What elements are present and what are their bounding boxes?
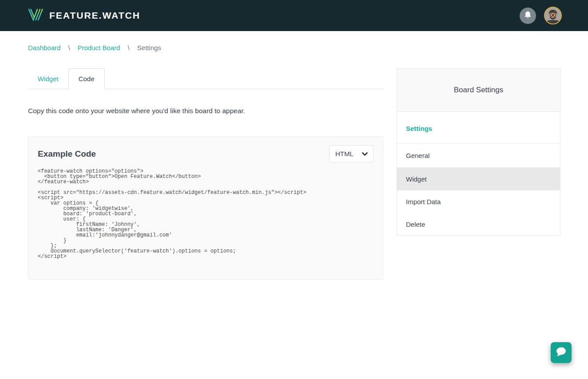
sidebar-item-widget[interactable]: Widget xyxy=(397,168,560,190)
notifications-button[interactable] xyxy=(520,8,536,24)
brand-logo[interactable]: FEATURE.WATCH xyxy=(28,8,140,23)
language-select-value: HTML xyxy=(335,150,354,158)
tab-code[interactable]: Code xyxy=(68,68,105,89)
breadcrumb: Dashboard \ Product Board \ Settings xyxy=(28,44,560,51)
navbar-actions xyxy=(520,7,562,24)
chat-bubble-icon xyxy=(555,347,567,359)
sidebar-item-general[interactable]: General xyxy=(397,144,560,168)
breadcrumb-product-board[interactable]: Product Board xyxy=(78,44,120,51)
breadcrumb-settings: Settings xyxy=(137,44,161,51)
example-code-header: Example Code HTML xyxy=(38,145,373,162)
example-code-panel: Example Code HTML <feature-watch options… xyxy=(28,136,383,280)
sidebar-item-import-data[interactable]: Import Data xyxy=(397,190,560,213)
chevron-down-icon xyxy=(362,150,368,158)
board-settings-title: Board Settings xyxy=(397,69,560,112)
content-area: Widget Code Copy this code onto your web… xyxy=(28,68,560,280)
breadcrumb-separator: \ xyxy=(68,44,70,51)
chat-launcher-button[interactable] xyxy=(551,342,572,363)
brand-name: FEATURE.WATCH xyxy=(49,10,140,21)
embed-code-snippet: <feature-watch options="options"> <butto… xyxy=(38,169,373,259)
tab-bar: Widget Code xyxy=(28,68,383,89)
example-code-title: Example Code xyxy=(38,149,96,159)
user-avatar[interactable] xyxy=(544,7,562,24)
breadcrumb-separator: \ xyxy=(127,44,129,51)
w-logo-mark-icon xyxy=(28,8,44,23)
main-column: Widget Code Copy this code onto your web… xyxy=(28,68,383,280)
sidebar-item-delete[interactable]: Delete xyxy=(397,213,560,235)
breadcrumb-dashboard[interactable]: Dashboard xyxy=(28,44,60,51)
sidebar-item-settings[interactable]: Settings xyxy=(397,112,560,144)
tab-widget[interactable]: Widget xyxy=(28,68,68,89)
language-select[interactable]: HTML xyxy=(329,145,373,162)
bell-icon xyxy=(523,10,532,21)
instruction-text: Copy this code onto your website where y… xyxy=(28,106,383,116)
board-settings-card: Board Settings Settings General Widget I… xyxy=(397,68,560,236)
avatar-photo xyxy=(545,8,561,24)
top-navbar: FEATURE.WATCH xyxy=(0,0,588,31)
